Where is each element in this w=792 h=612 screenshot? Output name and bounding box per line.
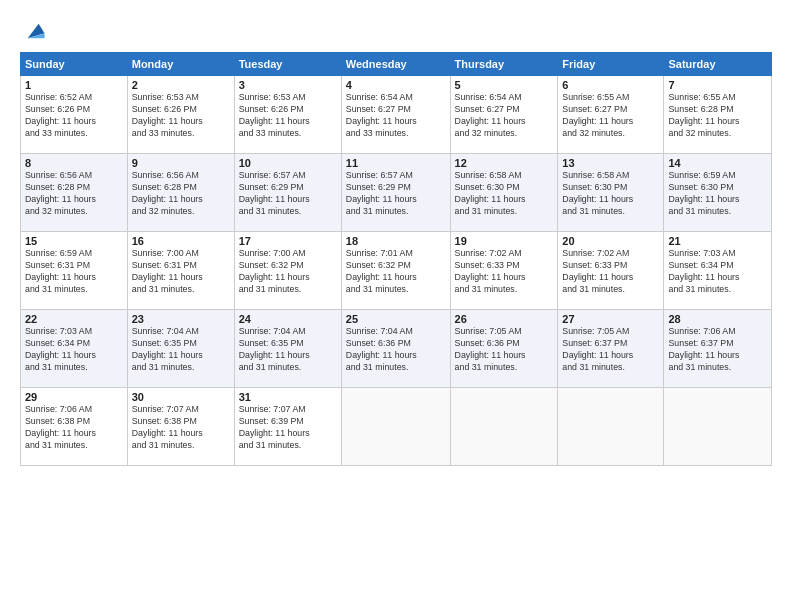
column-header-friday: Friday [558, 53, 664, 76]
day-content: Sunrise: 6:57 AM Sunset: 6:29 PM Dayligh… [346, 170, 446, 218]
day-content: Sunrise: 6:55 AM Sunset: 6:28 PM Dayligh… [668, 92, 767, 140]
day-number: 25 [346, 313, 446, 325]
calendar-day-cell: 14Sunrise: 6:59 AM Sunset: 6:30 PM Dayli… [664, 154, 772, 232]
calendar-day-cell: 22Sunrise: 7:03 AM Sunset: 6:34 PM Dayli… [21, 310, 128, 388]
calendar-day-cell: 4Sunrise: 6:54 AM Sunset: 6:27 PM Daylig… [341, 76, 450, 154]
calendar-week-row: 1Sunrise: 6:52 AM Sunset: 6:26 PM Daylig… [21, 76, 772, 154]
calendar-day-cell: 24Sunrise: 7:04 AM Sunset: 6:35 PM Dayli… [234, 310, 341, 388]
calendar-day-cell: 8Sunrise: 6:56 AM Sunset: 6:28 PM Daylig… [21, 154, 128, 232]
day-number: 31 [239, 391, 337, 403]
day-number: 1 [25, 79, 123, 91]
column-header-tuesday: Tuesday [234, 53, 341, 76]
column-header-saturday: Saturday [664, 53, 772, 76]
day-content: Sunrise: 6:57 AM Sunset: 6:29 PM Dayligh… [239, 170, 337, 218]
logo [20, 18, 46, 42]
day-number: 23 [132, 313, 230, 325]
day-number: 10 [239, 157, 337, 169]
day-content: Sunrise: 7:03 AM Sunset: 6:34 PM Dayligh… [668, 248, 767, 296]
empty-cell [450, 388, 558, 466]
day-number: 28 [668, 313, 767, 325]
day-number: 26 [455, 313, 554, 325]
calendar-day-cell: 12Sunrise: 6:58 AM Sunset: 6:30 PM Dayli… [450, 154, 558, 232]
logo-icon [24, 20, 46, 42]
calendar-day-cell: 26Sunrise: 7:05 AM Sunset: 6:36 PM Dayli… [450, 310, 558, 388]
day-content: Sunrise: 6:59 AM Sunset: 6:31 PM Dayligh… [25, 248, 123, 296]
day-number: 11 [346, 157, 446, 169]
day-content: Sunrise: 6:58 AM Sunset: 6:30 PM Dayligh… [562, 170, 659, 218]
calendar-week-row: 29Sunrise: 7:06 AM Sunset: 6:38 PM Dayli… [21, 388, 772, 466]
calendar-day-cell: 31Sunrise: 7:07 AM Sunset: 6:39 PM Dayli… [234, 388, 341, 466]
day-content: Sunrise: 7:06 AM Sunset: 6:37 PM Dayligh… [668, 326, 767, 374]
day-content: Sunrise: 7:01 AM Sunset: 6:32 PM Dayligh… [346, 248, 446, 296]
column-header-thursday: Thursday [450, 53, 558, 76]
day-number: 20 [562, 235, 659, 247]
day-content: Sunrise: 7:02 AM Sunset: 6:33 PM Dayligh… [562, 248, 659, 296]
calendar-day-cell: 5Sunrise: 6:54 AM Sunset: 6:27 PM Daylig… [450, 76, 558, 154]
day-number: 15 [25, 235, 123, 247]
day-number: 17 [239, 235, 337, 247]
day-content: Sunrise: 6:54 AM Sunset: 6:27 PM Dayligh… [455, 92, 554, 140]
day-number: 16 [132, 235, 230, 247]
calendar-day-cell: 2Sunrise: 6:53 AM Sunset: 6:26 PM Daylig… [127, 76, 234, 154]
day-number: 21 [668, 235, 767, 247]
empty-cell [341, 388, 450, 466]
day-number: 19 [455, 235, 554, 247]
day-number: 22 [25, 313, 123, 325]
day-content: Sunrise: 7:06 AM Sunset: 6:38 PM Dayligh… [25, 404, 123, 452]
calendar-day-cell: 29Sunrise: 7:06 AM Sunset: 6:38 PM Dayli… [21, 388, 128, 466]
day-content: Sunrise: 7:03 AM Sunset: 6:34 PM Dayligh… [25, 326, 123, 374]
column-header-sunday: Sunday [21, 53, 128, 76]
day-number: 24 [239, 313, 337, 325]
calendar-day-cell: 13Sunrise: 6:58 AM Sunset: 6:30 PM Dayli… [558, 154, 664, 232]
day-number: 29 [25, 391, 123, 403]
calendar-day-cell: 15Sunrise: 6:59 AM Sunset: 6:31 PM Dayli… [21, 232, 128, 310]
day-number: 8 [25, 157, 123, 169]
day-number: 4 [346, 79, 446, 91]
day-number: 7 [668, 79, 767, 91]
day-number: 2 [132, 79, 230, 91]
day-content: Sunrise: 6:52 AM Sunset: 6:26 PM Dayligh… [25, 92, 123, 140]
day-content: Sunrise: 7:00 AM Sunset: 6:32 PM Dayligh… [239, 248, 337, 296]
day-number: 6 [562, 79, 659, 91]
day-content: Sunrise: 7:02 AM Sunset: 6:33 PM Dayligh… [455, 248, 554, 296]
day-number: 5 [455, 79, 554, 91]
calendar-day-cell: 28Sunrise: 7:06 AM Sunset: 6:37 PM Dayli… [664, 310, 772, 388]
day-number: 12 [455, 157, 554, 169]
calendar-day-cell: 19Sunrise: 7:02 AM Sunset: 6:33 PM Dayli… [450, 232, 558, 310]
day-content: Sunrise: 7:04 AM Sunset: 6:36 PM Dayligh… [346, 326, 446, 374]
day-content: Sunrise: 7:04 AM Sunset: 6:35 PM Dayligh… [132, 326, 230, 374]
calendar-day-cell: 20Sunrise: 7:02 AM Sunset: 6:33 PM Dayli… [558, 232, 664, 310]
calendar-day-cell: 30Sunrise: 7:07 AM Sunset: 6:38 PM Dayli… [127, 388, 234, 466]
calendar-day-cell: 23Sunrise: 7:04 AM Sunset: 6:35 PM Dayli… [127, 310, 234, 388]
day-content: Sunrise: 6:56 AM Sunset: 6:28 PM Dayligh… [25, 170, 123, 218]
calendar-day-cell: 10Sunrise: 6:57 AM Sunset: 6:29 PM Dayli… [234, 154, 341, 232]
day-content: Sunrise: 7:04 AM Sunset: 6:35 PM Dayligh… [239, 326, 337, 374]
day-content: Sunrise: 7:05 AM Sunset: 6:37 PM Dayligh… [562, 326, 659, 374]
column-header-wednesday: Wednesday [341, 53, 450, 76]
calendar-week-row: 22Sunrise: 7:03 AM Sunset: 6:34 PM Dayli… [21, 310, 772, 388]
day-content: Sunrise: 7:07 AM Sunset: 6:38 PM Dayligh… [132, 404, 230, 452]
calendar-day-cell: 3Sunrise: 6:53 AM Sunset: 6:26 PM Daylig… [234, 76, 341, 154]
day-number: 13 [562, 157, 659, 169]
day-content: Sunrise: 6:55 AM Sunset: 6:27 PM Dayligh… [562, 92, 659, 140]
calendar-header-row: SundayMondayTuesdayWednesdayThursdayFrid… [21, 53, 772, 76]
day-number: 30 [132, 391, 230, 403]
day-content: Sunrise: 7:00 AM Sunset: 6:31 PM Dayligh… [132, 248, 230, 296]
day-number: 14 [668, 157, 767, 169]
empty-cell [558, 388, 664, 466]
day-content: Sunrise: 6:53 AM Sunset: 6:26 PM Dayligh… [239, 92, 337, 140]
day-content: Sunrise: 6:56 AM Sunset: 6:28 PM Dayligh… [132, 170, 230, 218]
calendar-day-cell: 18Sunrise: 7:01 AM Sunset: 6:32 PM Dayli… [341, 232, 450, 310]
calendar-day-cell: 11Sunrise: 6:57 AM Sunset: 6:29 PM Dayli… [341, 154, 450, 232]
day-content: Sunrise: 7:05 AM Sunset: 6:36 PM Dayligh… [455, 326, 554, 374]
day-content: Sunrise: 6:54 AM Sunset: 6:27 PM Dayligh… [346, 92, 446, 140]
calendar-day-cell: 9Sunrise: 6:56 AM Sunset: 6:28 PM Daylig… [127, 154, 234, 232]
calendar-day-cell: 1Sunrise: 6:52 AM Sunset: 6:26 PM Daylig… [21, 76, 128, 154]
calendar-day-cell: 17Sunrise: 7:00 AM Sunset: 6:32 PM Dayli… [234, 232, 341, 310]
calendar-table: SundayMondayTuesdayWednesdayThursdayFrid… [20, 52, 772, 466]
calendar-day-cell: 16Sunrise: 7:00 AM Sunset: 6:31 PM Dayli… [127, 232, 234, 310]
calendar-page: SundayMondayTuesdayWednesdayThursdayFrid… [0, 0, 792, 612]
calendar-day-cell: 27Sunrise: 7:05 AM Sunset: 6:37 PM Dayli… [558, 310, 664, 388]
day-content: Sunrise: 6:58 AM Sunset: 6:30 PM Dayligh… [455, 170, 554, 218]
day-number: 27 [562, 313, 659, 325]
